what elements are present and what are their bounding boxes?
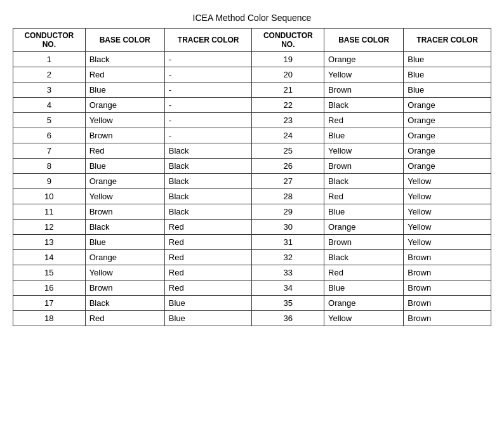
cell-no-right: 22 bbox=[252, 98, 324, 113]
cell-base-right: Blue bbox=[324, 204, 404, 220]
cell-no-right: 32 bbox=[252, 250, 324, 265]
table-row: 11BrownBlack29BlueYellow bbox=[13, 204, 491, 220]
cell-base-right: Black bbox=[324, 250, 404, 265]
cell-no-left: 3 bbox=[13, 82, 86, 98]
cell-base-right: Yellow bbox=[324, 67, 404, 82]
cell-no-left: 2 bbox=[13, 67, 86, 82]
cell-base-left: Orange bbox=[85, 250, 164, 265]
table-row: 5Yellow-23RedOrange bbox=[13, 113, 491, 128]
cell-tracer-right: Blue bbox=[404, 52, 491, 67]
table-row: 14OrangeRed32BlackBrown bbox=[13, 250, 491, 265]
cell-no-left: 18 bbox=[13, 311, 86, 326]
cell-no-left: 17 bbox=[13, 296, 86, 311]
cell-no-left: 12 bbox=[13, 220, 86, 235]
table-row: 3Blue-21BrownBlue bbox=[13, 82, 491, 98]
cell-no-right: 27 bbox=[252, 174, 324, 189]
cell-no-left: 6 bbox=[13, 128, 86, 143]
cell-tracer-right: Orange bbox=[404, 98, 491, 113]
cell-no-right: 24 bbox=[252, 128, 324, 143]
cell-no-left: 1 bbox=[13, 52, 86, 67]
cell-base-right: Orange bbox=[324, 220, 404, 235]
cell-base-left: Black bbox=[85, 220, 164, 235]
cell-base-right: Black bbox=[324, 98, 404, 113]
header-tracer-color-1: TRACER COLOR bbox=[164, 29, 252, 52]
cell-tracer-right: Brown bbox=[404, 311, 491, 326]
cell-tracer-right: Blue bbox=[404, 82, 491, 98]
cell-no-right: 28 bbox=[252, 189, 324, 204]
cell-tracer-left: - bbox=[164, 82, 252, 98]
cell-no-right: 23 bbox=[252, 113, 324, 128]
cell-no-left: 5 bbox=[13, 113, 86, 128]
cell-no-left: 13 bbox=[13, 235, 86, 250]
cell-tracer-left: Red bbox=[164, 280, 252, 296]
cell-no-right: 33 bbox=[252, 265, 324, 280]
cell-base-right: Orange bbox=[324, 296, 404, 311]
cell-no-left: 9 bbox=[13, 174, 86, 189]
cell-base-left: Yellow bbox=[85, 113, 164, 128]
cell-base-left: Orange bbox=[85, 174, 164, 189]
cell-tracer-right: Blue bbox=[404, 67, 491, 82]
cell-tracer-left: Blue bbox=[164, 311, 252, 326]
cell-no-left: 14 bbox=[13, 250, 86, 265]
cell-base-right: Yellow bbox=[324, 311, 404, 326]
cell-base-left: Red bbox=[85, 143, 164, 159]
cell-no-right: 29 bbox=[252, 204, 324, 220]
cell-tracer-right: Yellow bbox=[404, 189, 491, 204]
cell-no-right: 21 bbox=[252, 82, 324, 98]
cell-base-left: Yellow bbox=[85, 265, 164, 280]
cell-no-right: 26 bbox=[252, 159, 324, 174]
table-row: 12BlackRed30OrangeYellow bbox=[13, 220, 491, 235]
cell-no-left: 15 bbox=[13, 265, 86, 280]
cell-base-left: Brown bbox=[85, 204, 164, 220]
cell-no-left: 8 bbox=[13, 159, 86, 174]
cell-base-left: Red bbox=[85, 67, 164, 82]
cell-base-left: Blue bbox=[85, 159, 164, 174]
cell-base-right: Blue bbox=[324, 280, 404, 296]
cell-no-left: 16 bbox=[13, 280, 86, 296]
table-row: 6Brown-24BlueOrange bbox=[13, 128, 491, 143]
cell-tracer-left: Black bbox=[164, 189, 252, 204]
cell-tracer-left: Red bbox=[164, 265, 252, 280]
cell-base-right: Brown bbox=[324, 235, 404, 250]
header-tracer-color-2: TRACER COLOR bbox=[404, 29, 491, 52]
cell-tracer-right: Orange bbox=[404, 143, 491, 159]
cell-tracer-right: Brown bbox=[404, 265, 491, 280]
cell-base-left: Yellow bbox=[85, 189, 164, 204]
cell-tracer-right: Yellow bbox=[404, 174, 491, 189]
cell-tracer-left: - bbox=[164, 98, 252, 113]
header-base-color-2: BASE COLOR bbox=[324, 29, 404, 52]
header-base-color-1: BASE COLOR bbox=[85, 29, 164, 52]
cell-tracer-right: Brown bbox=[404, 250, 491, 265]
cell-base-left: Blue bbox=[85, 235, 164, 250]
cell-tracer-left: Black bbox=[164, 174, 252, 189]
cell-tracer-right: Brown bbox=[404, 280, 491, 296]
cell-base-right: Brown bbox=[324, 159, 404, 174]
cell-tracer-right: Yellow bbox=[404, 204, 491, 220]
cell-base-right: Brown bbox=[324, 82, 404, 98]
header-conductor-no-2: CONDUCTOR NO. bbox=[252, 29, 324, 52]
cell-base-right: Red bbox=[324, 189, 404, 204]
cell-tracer-left: Black bbox=[164, 204, 252, 220]
cell-tracer-left: Black bbox=[164, 159, 252, 174]
cell-no-left: 4 bbox=[13, 98, 86, 113]
cell-no-left: 7 bbox=[13, 143, 86, 159]
cell-no-right: 34 bbox=[252, 280, 324, 296]
table-row: 1Black-19OrangeBlue bbox=[13, 52, 491, 67]
cell-base-left: Black bbox=[85, 296, 164, 311]
cell-tracer-left: Black bbox=[164, 143, 252, 159]
cell-tracer-right: Orange bbox=[404, 128, 491, 143]
header-conductor-no-1: CONDUCTOR NO. bbox=[13, 29, 86, 52]
cell-no-right: 25 bbox=[252, 143, 324, 159]
cell-base-right: Black bbox=[324, 174, 404, 189]
cell-base-right: Blue bbox=[324, 128, 404, 143]
cell-tracer-left: Blue bbox=[164, 296, 252, 311]
cell-tracer-left: - bbox=[164, 128, 252, 143]
page-wrapper: ICEA Method Color Sequence CONDUCTOR NO.… bbox=[13, 13, 491, 326]
color-sequence-table: CONDUCTOR NO. BASE COLOR TRACER COLOR CO… bbox=[13, 28, 491, 326]
cell-base-right: Red bbox=[324, 113, 404, 128]
cell-tracer-right: Yellow bbox=[404, 220, 491, 235]
cell-tracer-right: Brown bbox=[404, 296, 491, 311]
cell-base-left: Black bbox=[85, 52, 164, 67]
table-row: 13BlueRed31BrownYellow bbox=[13, 235, 491, 250]
cell-tracer-right: Yellow bbox=[404, 235, 491, 250]
